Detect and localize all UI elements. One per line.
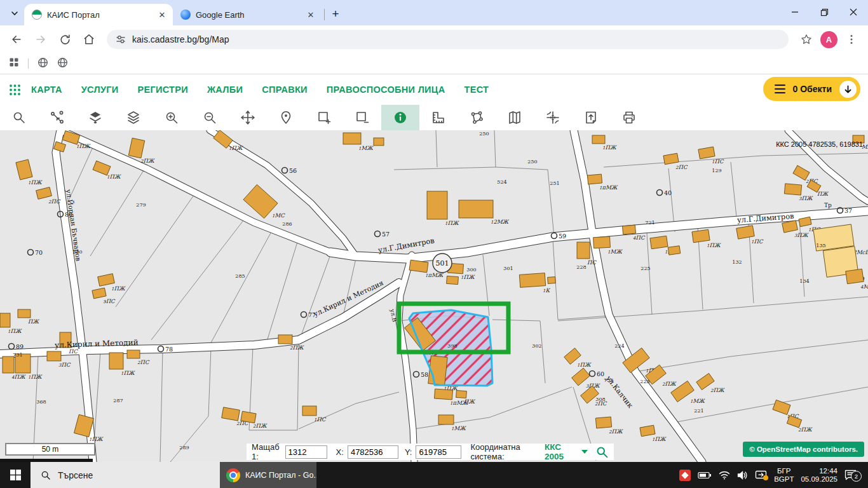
svg-text:ПС: ПС (587, 259, 597, 266)
restore-button[interactable] (810, 0, 839, 24)
tab-google-earth[interactable]: Google Earth ✕ (173, 4, 322, 25)
status-search-icon[interactable] (595, 445, 609, 459)
svg-text:223: 223 (640, 379, 649, 384)
scale-input[interactable] (285, 445, 327, 459)
taskbar-chrome-window-button[interactable]: КАИС Портал - Go... (220, 462, 316, 488)
svg-text:308: 308 (595, 396, 605, 402)
bookmark-globe-icon[interactable] (37, 57, 48, 71)
tool-measure-area[interactable] (458, 105, 496, 130)
url-text[interactable]: kais.cadastre.bg/bg/Map (132, 34, 229, 44)
home-button[interactable] (79, 29, 99, 50)
date-text: 05.09.2025 (801, 475, 837, 484)
tool-select-rect-add[interactable] (305, 105, 343, 130)
svg-text:134: 134 (799, 278, 809, 284)
tool-info[interactable] (381, 105, 419, 130)
tab-close-icon[interactable]: ✕ (156, 9, 168, 20)
forward-button[interactable] (31, 29, 51, 50)
nav-item-registri[interactable]: РЕГИСТРИ (138, 85, 188, 95)
tool-select-rect-subtract[interactable] (343, 105, 381, 130)
tab-title: КАИС Портал (47, 10, 151, 20)
svg-text:501: 501 (436, 259, 449, 268)
close-window-button[interactable] (839, 0, 868, 24)
svg-text:735: 735 (604, 377, 613, 383)
tray-app-icon[interactable] (679, 470, 691, 481)
svg-text:285: 285 (235, 273, 245, 279)
reload-button[interactable] (55, 29, 75, 50)
svg-text:135: 135 (816, 243, 825, 248)
crs-dropdown-caret-icon[interactable] (581, 450, 588, 454)
bookmark-globe-icon[interactable] (57, 57, 68, 71)
svg-text:1ПЖ: 1ПЖ (121, 370, 135, 376)
kais-favicon (32, 10, 42, 20)
map-scale-bar: 50 m (5, 443, 95, 456)
svg-text:2ПЖ: 2ПЖ (609, 428, 623, 435)
nav-item-zhalbi[interactable]: ЖАЛБИ (207, 85, 243, 95)
window-controls (780, 0, 868, 25)
tool-search[interactable] (0, 105, 38, 130)
nav-item-spravki[interactable]: СПРАВКИ (262, 85, 308, 95)
clock[interactable]: 12:44 05.09.2025 (801, 467, 837, 484)
svg-text:2ПЖ: 2ПЖ (253, 423, 268, 429)
osm-attribution-link[interactable]: © OpenStreetMap contributors. (743, 442, 864, 457)
url-bar[interactable]: kais.cadastre.bg/bg/Map (107, 30, 789, 49)
map-canvas[interactable]: 1ПЖ2ПЖ1ПЖ1МЖ1ПЖ2ПС1ПЖ1МС1ПЖ12МЖ1ПЖзПС1пМ… (0, 130, 868, 462)
back-button[interactable] (6, 29, 27, 50)
tab-search-chevron-icon[interactable] (6, 5, 23, 22)
tool-pan[interactable] (229, 105, 267, 130)
tool-measure-nodes[interactable] (38, 105, 76, 130)
svg-text:78: 78 (165, 346, 173, 353)
language-indicator[interactable]: БГР BGPT (774, 467, 794, 484)
tool-layer-stack[interactable] (114, 105, 153, 130)
map-toolbar (0, 105, 868, 130)
nav-item-karta[interactable]: КАРТА (31, 85, 62, 95)
taskbar-search-icon (41, 470, 51, 480)
crs-value[interactable]: ККС 2005 (545, 442, 575, 461)
cast-display-icon[interactable] (755, 470, 767, 480)
taskbar-search-box[interactable]: Търсене (31, 462, 220, 488)
tool-zoom-in[interactable] (153, 105, 191, 130)
tool-export[interactable] (572, 105, 610, 130)
svg-text:4ПС: 4ПС (633, 234, 646, 241)
tool-location-pin[interactable] (267, 105, 305, 130)
browser-menu-kebab-icon[interactable] (841, 29, 862, 50)
tab-close-icon[interactable]: ✕ (305, 9, 316, 20)
apps-grid-icon[interactable] (9, 57, 19, 70)
tool-zoom-out[interactable] (191, 105, 229, 130)
svg-text:1ПЖ: 1ПЖ (602, 144, 617, 151)
objects-button[interactable]: 0 Обекти (763, 77, 860, 101)
tool-ruler[interactable] (419, 105, 458, 130)
tool-layers[interactable] (76, 105, 114, 130)
new-tab-button[interactable]: + (327, 6, 344, 22)
svg-text:1МС: 1МС (272, 212, 285, 219)
start-button[interactable] (0, 462, 31, 488)
tool-print[interactable] (610, 105, 648, 130)
svg-text:12МЖ: 12МЖ (491, 219, 510, 225)
nav-item-pravosposobni-lica[interactable]: ПРАВОСПОСОБНИ ЛИЦА (327, 85, 445, 95)
bookmark-star-icon[interactable] (796, 29, 817, 50)
kais-apps-grid-icon[interactable] (9, 84, 21, 96)
nav-item-uslugi[interactable]: УСЛУГИ (81, 85, 119, 95)
svg-text:279: 279 (136, 202, 146, 208)
svg-text:ПЖ: ПЖ (817, 191, 829, 197)
tool-coordinate-grid[interactable] (534, 105, 572, 130)
svg-text:1ПС: 1ПС (314, 416, 327, 423)
battery-icon[interactable] (698, 471, 712, 479)
objects-expand-button[interactable] (839, 81, 857, 98)
volume-icon[interactable] (737, 471, 748, 480)
nav-item-test[interactable]: ТЕСТ (465, 85, 489, 95)
svg-text:721: 721 (645, 220, 654, 226)
time-text: 12:44 (801, 467, 837, 475)
profile-avatar[interactable]: A (820, 31, 837, 48)
minimize-button[interactable] (780, 0, 810, 24)
svg-text:57: 57 (382, 231, 390, 238)
y-coordinate-input[interactable] (416, 445, 461, 459)
x-coordinate-input[interactable] (348, 445, 398, 459)
bookmarks-bar (0, 53, 868, 74)
svg-text:70: 70 (35, 249, 43, 256)
svg-text:129: 129 (712, 168, 721, 173)
wifi-icon[interactable] (719, 471, 730, 480)
tool-map-fold[interactable] (496, 105, 534, 130)
notification-center-icon[interactable]: 2 (844, 470, 857, 480)
tab-kais-portal[interactable]: КАИС Портал ✕ (24, 4, 173, 25)
scale-label: Мащаб 1: (252, 442, 281, 461)
